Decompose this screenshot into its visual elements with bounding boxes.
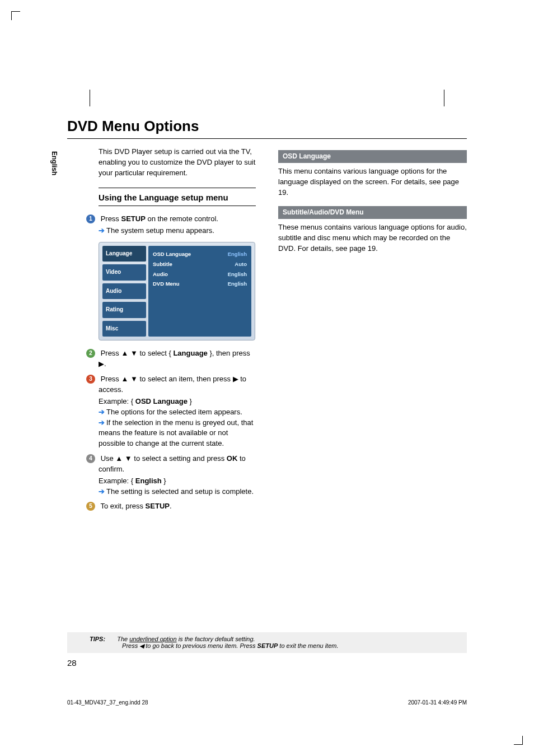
osd-tab-list: Language Video Audio Rating Misc	[102, 246, 146, 337]
step-3-bullet-1: The options for the selected item appear…	[106, 408, 242, 416]
title-rule	[67, 138, 467, 139]
osd-row-audio: AudioEnglish	[153, 269, 247, 279]
osd-tab-rating: Rating	[102, 302, 146, 318]
osd-value: English	[228, 270, 247, 278]
step-4: 4 Use ▲ ▼ to select a setting and press …	[67, 454, 256, 497]
tips-line1-a: The	[117, 636, 129, 642]
step-3-example-b: OSD Language	[135, 397, 188, 405]
osd-screenshot: Language Video Audio Rating Misc OSD Lan…	[99, 242, 255, 341]
tips-line2-b: SETUP	[257, 642, 278, 649]
page-title: DVD Menu Options	[67, 112, 467, 135]
step-2-icon: 2	[86, 349, 95, 358]
section-rule-top	[99, 188, 256, 188]
page-number: 28	[67, 658, 77, 668]
section-rule-bottom	[99, 206, 256, 206]
step-4-text-a: Use ▲ ▼ to select a setting and press	[101, 454, 227, 463]
osd-key: DVD Menu	[153, 280, 180, 288]
osd-row-osdlanguage: OSD LanguageEnglish	[153, 249, 247, 259]
osd-language-paragraph: This menu contains various language opti…	[278, 166, 467, 198]
arrow-icon: ➔	[99, 407, 106, 418]
step-3-example-a: Example: {	[99, 397, 135, 405]
step-4-example-b: English	[135, 477, 162, 485]
tips-line1-b: underlined option	[129, 636, 176, 642]
step-1-text-a: Press	[101, 214, 121, 223]
osd-key: Subtitle	[153, 260, 172, 268]
tips-box: TIPS: The underlined option is the facto…	[67, 632, 467, 653]
step-2: 2 Press ▲ ▼ to select { Language }, then…	[67, 348, 256, 370]
step-3: 3 Press ▲ ▼ to select an item, then pres…	[67, 374, 256, 449]
osd-row-subtitle: SubtitleAuto	[153, 259, 247, 269]
osd-tab-audio: Audio	[102, 283, 146, 300]
step-1-bullet: The system setup menu appears.	[106, 226, 214, 235]
tips-line1-c: is the factory default setting.	[177, 636, 255, 642]
tips-label: TIPS:	[90, 636, 105, 642]
intro-paragraph: This DVD Player setup is carried out via…	[67, 147, 256, 179]
section-heading: Using the Language setup menu	[99, 192, 256, 204]
step-5: 5 To exit, press SETUP.	[67, 501, 256, 512]
step-1: 1 Press SETUP on the remote control. ➔Th…	[67, 214, 256, 236]
step-5-text-c: .	[170, 502, 172, 510]
step-4-icon: 4	[86, 454, 95, 463]
step-5-setup: SETUP	[146, 502, 170, 510]
footer-right: 2007-01-31 4:49:49 PM	[408, 699, 467, 706]
step-3-text: Press ▲ ▼ to select an item, then press …	[99, 375, 246, 394]
step-1-text-c: on the remote control.	[146, 214, 218, 223]
osd-language-header: OSD Language	[278, 150, 467, 163]
language-tab: English	[50, 151, 58, 175]
step-4-bullet: The setting is selected and setup is com…	[106, 487, 254, 496]
step-4-example-c: }	[162, 477, 166, 485]
step-1-setup: SETUP	[121, 214, 145, 223]
step-5-icon: 5	[86, 502, 95, 511]
osd-value: English	[228, 250, 247, 258]
tips-line2-c: to exit the menu item.	[278, 642, 338, 649]
osd-tab-misc: Misc	[102, 321, 146, 337]
registration-mark-left	[90, 90, 90, 106]
crop-mark-top-left	[11, 11, 20, 20]
osd-tab-video: Video	[102, 264, 146, 281]
subtitle-audio-dvd-header: Subtitle/Audio/DVD Menu	[278, 206, 467, 219]
step-2-text-a: Press ▲ ▼ to select {	[101, 349, 174, 357]
footer-left: 01-43_MDV437_37_eng.indd 28	[67, 699, 148, 706]
osd-row-dvdmenu: DVD MenuEnglish	[153, 279, 247, 289]
left-column: This DVD Player setup is carried out via…	[67, 147, 256, 512]
subtitle-audio-dvd-paragraph: These menus contains various language op…	[278, 222, 467, 254]
step-1-icon: 1	[86, 214, 95, 223]
step-3-icon: 3	[86, 375, 95, 384]
arrow-icon: ➔	[99, 418, 106, 428]
step-4-example-a: Example: {	[99, 477, 135, 485]
step-5-text-a: To exit, press	[100, 502, 145, 510]
osd-tab-language: Language	[102, 246, 146, 262]
osd-key: Audio	[153, 270, 168, 278]
osd-value: English	[228, 280, 247, 288]
tips-line2-a: Press ◀ to go back to previous menu item…	[122, 642, 257, 649]
osd-key: OSD Language	[153, 250, 191, 258]
step-3-bullet-2: If the selection in the menu is greyed o…	[99, 418, 253, 448]
two-column-layout: This DVD Player setup is carried out via…	[67, 147, 467, 512]
right-column: OSD Language This menu contains various …	[278, 147, 467, 512]
arrow-icon: ➔	[99, 487, 106, 497]
step-4-ok: OK	[227, 454, 238, 463]
step-2-language: Language	[173, 349, 207, 357]
arrow-icon: ➔	[99, 226, 106, 236]
print-footer: 01-43_MDV437_37_eng.indd 28 2007-01-31 4…	[67, 699, 467, 706]
osd-value: Auto	[235, 260, 247, 268]
page-content: English DVD Menu Options This DVD Player…	[67, 112, 467, 672]
crop-mark-bottom-right	[514, 736, 523, 745]
step-3-example-c: }	[188, 397, 192, 405]
registration-mark-right	[444, 90, 444, 106]
osd-content-panel: OSD LanguageEnglish SubtitleAuto AudioEn…	[148, 246, 251, 337]
